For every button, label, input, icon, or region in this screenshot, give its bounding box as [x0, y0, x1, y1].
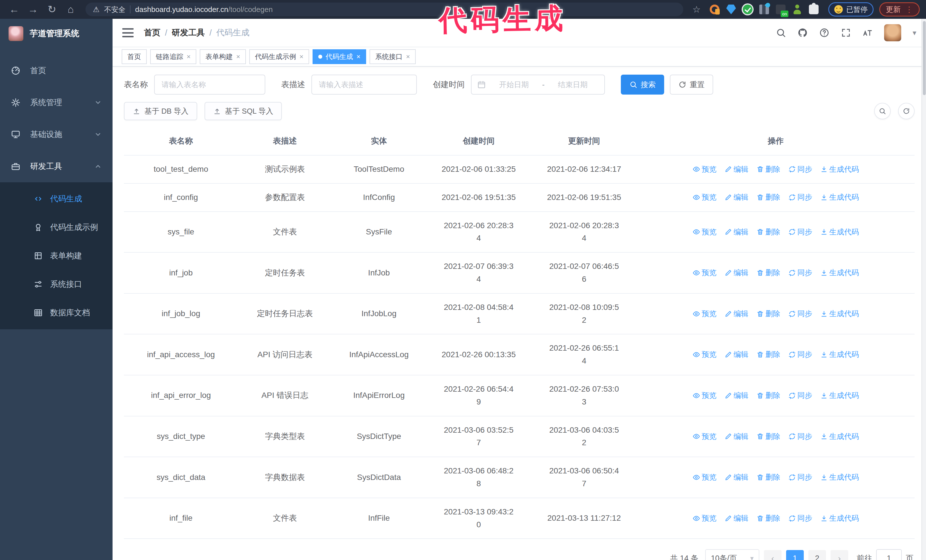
font-size-icon[interactable] [862, 28, 873, 38]
edit-link[interactable]: 编辑 [725, 471, 749, 483]
generate-code-link[interactable]: 生成代码 [820, 512, 859, 524]
browser-home-icon[interactable]: ⌂ [63, 2, 79, 17]
import-sql-button[interactable]: 基于 SQL 导入 [204, 102, 282, 120]
preview-link[interactable]: 预览 [693, 471, 717, 483]
reset-button[interactable]: 重置 [670, 75, 713, 95]
table-name-input[interactable] [154, 75, 265, 95]
generate-code-link[interactable]: 生成代码 [820, 431, 859, 443]
edit-link[interactable]: 编辑 [725, 512, 749, 524]
edit-link[interactable]: 编辑 [725, 226, 749, 238]
sync-link[interactable]: 同步 [788, 349, 812, 361]
extension-grid-icon[interactable] [759, 5, 769, 14]
goto-page-input[interactable] [876, 549, 902, 560]
user-avatar[interactable] [884, 24, 901, 41]
search-icon[interactable] [776, 28, 786, 38]
avatar-caret-down-icon[interactable]: ▾ [912, 29, 916, 37]
delete-link[interactable]: 删除 [757, 192, 781, 203]
paused-badge[interactable]: 已暂停 [828, 2, 873, 17]
sidebar-item-devtools[interactable]: 研发工具 [0, 150, 112, 182]
browser-back-icon[interactable]: ← [6, 2, 22, 17]
start-date-placeholder[interactable]: 开始日期 [488, 80, 540, 90]
extension-dark-icon[interactable]: on [776, 5, 785, 14]
close-icon[interactable]: × [356, 53, 360, 61]
delete-link[interactable]: 删除 [757, 308, 781, 320]
sync-link[interactable]: 同步 [788, 192, 812, 203]
toggle-search-button[interactable] [874, 103, 891, 119]
extension-person-icon[interactable] [792, 5, 802, 14]
search-button[interactable]: 搜索 [621, 75, 664, 95]
sidebar-item-system[interactable]: 系统管理 [0, 87, 112, 118]
sidebar-item-codegen[interactable]: 代码生成 [0, 184, 112, 213]
sidebar-item-system-api[interactable]: 系统接口 [0, 270, 112, 299]
sidebar-item-home[interactable]: 首页 [0, 55, 112, 87]
edit-link[interactable]: 编辑 [725, 192, 749, 203]
delete-link[interactable]: 删除 [757, 226, 781, 238]
preview-link[interactable]: 预览 [693, 431, 717, 443]
fullscreen-icon[interactable] [841, 28, 851, 38]
delete-link[interactable]: 删除 [757, 349, 781, 361]
delete-link[interactable]: 删除 [757, 267, 781, 279]
address-bar[interactable]: ⚠ 不安全 dashboard.yudao.iocoder.cn/tool/co… [85, 3, 683, 16]
browser-forward-icon[interactable]: → [25, 2, 41, 17]
sidebar-item-codegen-example[interactable]: 代码生成示例 [0, 213, 112, 242]
url-text[interactable]: dashboard.yudao.iocoder.cn/tool/codegen [135, 5, 273, 14]
generate-code-link[interactable]: 生成代码 [820, 192, 859, 203]
import-db-button[interactable]: 基于 DB 导入 [124, 102, 197, 120]
bookmark-star-icon[interactable]: ☆ [692, 4, 701, 15]
preview-link[interactable]: 预览 [693, 349, 717, 361]
sync-link[interactable]: 同步 [788, 431, 812, 443]
page-size-select[interactable]: 10条/页 ▾ [705, 549, 759, 560]
page-button-2[interactable]: 2 [808, 550, 826, 560]
sync-link[interactable]: 同步 [788, 226, 812, 238]
edit-link[interactable]: 编辑 [725, 308, 749, 320]
edit-link[interactable]: 编辑 [725, 389, 749, 402]
edit-link[interactable]: 编辑 [725, 267, 749, 279]
edit-link[interactable]: 编辑 [725, 431, 749, 443]
page-button-1[interactable]: 1 [786, 550, 804, 560]
sidebar-item-form-builder[interactable]: 表单构建 [0, 242, 112, 270]
browser-menu-dots-icon[interactable]: ⋮ [905, 5, 913, 14]
delete-link[interactable]: 删除 [757, 431, 781, 443]
generate-code-link[interactable]: 生成代码 [820, 308, 859, 320]
sync-link[interactable]: 同步 [788, 163, 812, 175]
date-range-picker[interactable]: 开始日期 - 结束日期 [471, 75, 605, 95]
preview-link[interactable]: 预览 [693, 267, 717, 279]
sync-link[interactable]: 同步 [788, 512, 812, 524]
close-icon[interactable]: × [406, 53, 410, 61]
sidebar-item-db-doc[interactable]: 数据库文档 [0, 299, 112, 327]
tab-form-builder[interactable]: 表单构建× [200, 49, 246, 64]
generate-code-link[interactable]: 生成代码 [820, 389, 859, 402]
sidebar-item-infra[interactable]: 基础设施 [0, 118, 112, 150]
preview-link[interactable]: 预览 [693, 512, 717, 524]
scrollbar-thumb[interactable] [923, 21, 926, 95]
generate-code-link[interactable]: 生成代码 [820, 163, 859, 175]
extension-gem-icon[interactable] [726, 5, 736, 14]
sync-link[interactable]: 同步 [788, 389, 812, 402]
github-icon[interactable] [797, 28, 808, 38]
breadcrumb-home[interactable]: 首页 [144, 27, 160, 38]
sync-link[interactable]: 同步 [788, 471, 812, 483]
security-label[interactable]: 不安全 [104, 5, 126, 14]
preview-link[interactable]: 预览 [693, 308, 717, 320]
extension-puzzle-icon[interactable] [809, 5, 819, 14]
generate-code-link[interactable]: 生成代码 [820, 471, 859, 483]
delete-link[interactable]: 删除 [757, 471, 781, 483]
breadcrumb-devtools[interactable]: 研发工具 [172, 27, 205, 38]
next-page-button[interactable]: › [831, 550, 848, 560]
tab-home[interactable]: 首页 [122, 49, 147, 64]
page-scrollbar[interactable] [921, 19, 926, 560]
tab-system-api[interactable]: 系统接口× [369, 49, 416, 64]
tab-tracing[interactable]: 链路追踪× [150, 49, 196, 64]
edit-link[interactable]: 编辑 [725, 163, 749, 175]
delete-link[interactable]: 删除 [757, 512, 781, 524]
preview-link[interactable]: 预览 [693, 163, 717, 175]
browser-reload-icon[interactable]: ↻ [44, 2, 60, 17]
generate-code-link[interactable]: 生成代码 [820, 226, 859, 238]
sidebar-logo[interactable]: 芋道管理系统 [0, 19, 112, 48]
table-desc-input[interactable] [312, 75, 417, 95]
hamburger-icon[interactable] [122, 28, 134, 37]
preview-link[interactable]: 预览 [693, 389, 717, 402]
tab-codegen[interactable]: 代码生成× [313, 49, 366, 64]
delete-link[interactable]: 删除 [757, 389, 781, 402]
generate-code-link[interactable]: 生成代码 [820, 349, 859, 361]
